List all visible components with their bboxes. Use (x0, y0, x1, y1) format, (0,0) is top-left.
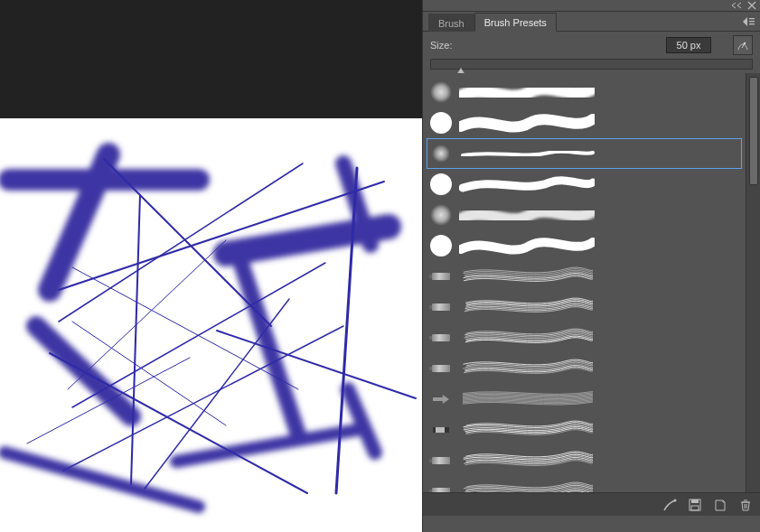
preset-item[interactable] (427, 77, 742, 107)
preset-item[interactable] (427, 169, 742, 200)
workspace-background (0, 0, 422, 118)
save-preset-icon[interactable] (688, 498, 702, 512)
close-icon[interactable] (747, 1, 756, 10)
preset-item[interactable] (427, 230, 742, 261)
size-slider[interactable] (423, 59, 760, 73)
brush-panel: Brush Brush Presets Size: (422, 0, 760, 532)
preset-item[interactable] (427, 384, 742, 415)
document-canvas[interactable] (0, 118, 422, 532)
preset-item[interactable] (427, 200, 742, 230)
preset-tip-icon (428, 172, 454, 197)
preset-tip-icon (428, 110, 454, 135)
preset-tip-icon (428, 417, 454, 443)
canvas-strokes (0, 118, 422, 532)
preset-tip-icon (428, 294, 454, 320)
preset-item[interactable] (427, 353, 742, 384)
preset-stroke-preview (459, 294, 740, 320)
svg-line-6 (176, 430, 357, 462)
panel-footer (423, 492, 760, 516)
preset-stroke-preview (459, 356, 740, 381)
svg-line-7 (5, 453, 199, 507)
preset-item[interactable] (427, 322, 742, 353)
panel-titlebar (423, 0, 760, 12)
panel-menu-icon[interactable] (742, 15, 755, 26)
preset-stroke-preview (459, 110, 740, 135)
preset-stroke-preview (459, 325, 740, 350)
preset-stroke-preview (459, 387, 740, 412)
svg-rect-23 (749, 18, 755, 19)
svg-point-27 (744, 42, 746, 45)
brush-pose-icon[interactable] (662, 498, 677, 512)
preset-stroke-preview (459, 417, 740, 443)
preset-item[interactable] (427, 476, 742, 492)
preset-tip-icon (428, 202, 454, 228)
collapse-icon[interactable] (731, 2, 744, 9)
preset-tip-icon (428, 79, 454, 105)
svg-rect-30 (691, 499, 699, 503)
size-label: Size: (430, 40, 452, 51)
preset-tip-icon (428, 479, 454, 492)
preset-item[interactable] (427, 445, 742, 476)
scroll-thumb[interactable] (749, 77, 758, 185)
svg-line-16 (27, 358, 190, 443)
preset-stroke-preview (459, 202, 740, 228)
svg-line-18 (336, 168, 357, 493)
delete-preset-icon[interactable] (738, 498, 753, 512)
preset-stroke-preview (459, 264, 740, 289)
svg-line-3 (239, 258, 298, 434)
preset-stroke-preview (459, 172, 740, 197)
preset-item[interactable] (427, 107, 742, 138)
svg-line-5 (348, 389, 375, 453)
preset-item[interactable] (427, 138, 742, 169)
preset-tip-icon (428, 448, 454, 473)
preset-tip-icon (428, 356, 454, 381)
preset-stroke-preview (459, 479, 740, 492)
preset-tip-icon (428, 233, 454, 258)
preset-stroke-preview (459, 233, 740, 258)
panel-tabs: Brush Brush Presets (423, 12, 760, 32)
svg-rect-25 (749, 23, 755, 24)
svg-line-20 (131, 195, 140, 484)
preset-list[interactable] (423, 73, 746, 492)
preset-tip-icon (428, 264, 454, 289)
svg-rect-24 (749, 21, 755, 22)
preset-item[interactable] (427, 261, 742, 292)
preset-tip-icon (428, 141, 454, 166)
svg-line-22 (68, 240, 226, 389)
preset-stroke-preview (459, 79, 740, 105)
size-pressure-toggle[interactable] (733, 35, 753, 55)
preset-stroke-preview (459, 448, 740, 473)
tab-brush[interactable]: Brush (428, 14, 474, 32)
preset-tip-icon (428, 325, 454, 350)
canvas-area (0, 0, 422, 532)
preset-item[interactable] (427, 415, 742, 445)
size-input[interactable] (666, 37, 711, 53)
preset-scrollbar[interactable] (746, 73, 760, 492)
tab-brush-presets[interactable]: Brush Presets (474, 13, 557, 32)
new-preset-icon[interactable] (713, 498, 727, 512)
preset-item[interactable] (427, 292, 742, 322)
size-row: Size: (423, 32, 760, 59)
svg-point-28 (674, 499, 677, 501)
preset-tip-icon (428, 387, 454, 412)
preset-stroke-preview (459, 141, 740, 166)
svg-rect-31 (691, 506, 699, 510)
